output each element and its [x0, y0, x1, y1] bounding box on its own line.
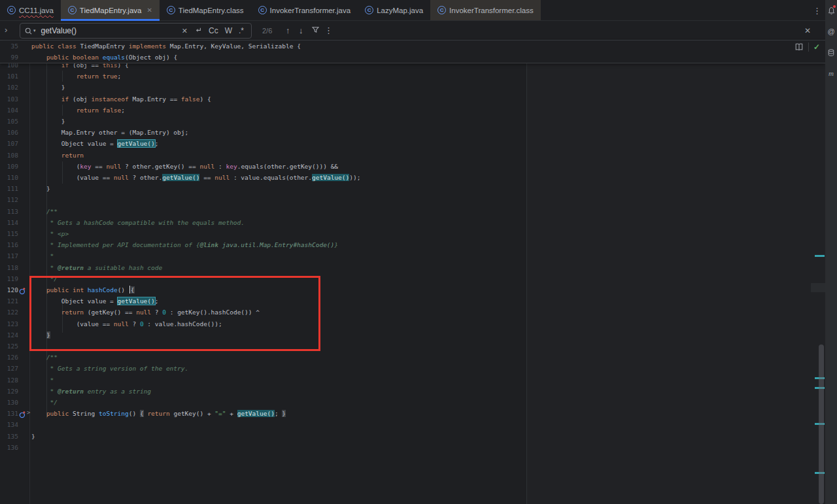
- gutter-icons[interactable]: >: [19, 409, 31, 416]
- sticky-lines-panel[interactable]: 35public class TiedMapEntry implements M…: [0, 41, 825, 63]
- line-number[interactable]: 123: [0, 318, 18, 329]
- code-line-134[interactable]: 134: [0, 419, 825, 431]
- line-number[interactable]: 126: [0, 352, 18, 363]
- line-number[interactable]: 127: [0, 363, 18, 374]
- search-more-options-icon[interactable]: ⋮: [324, 25, 333, 35]
- code-line-112[interactable]: 112: [0, 194, 825, 206]
- reader-mode-icon[interactable]: [794, 42, 804, 52]
- code-line-126[interactable]: 126 /**: [0, 352, 825, 363]
- tab-close-icon[interactable]: ✕: [146, 7, 152, 14]
- line-number[interactable]: 116: [0, 239, 18, 250]
- code-line-35[interactable]: 35public class TiedMapEntry implements M…: [0, 41, 825, 52]
- code-line-129[interactable]: 129 * @return entry as a string: [0, 386, 825, 397]
- ai-assistant-icon[interactable]: @: [827, 27, 836, 36]
- line-number[interactable]: 112: [0, 194, 18, 205]
- search-query-text[interactable]: getValue(): [41, 26, 179, 35]
- line-number[interactable]: 122: [0, 307, 18, 318]
- maven-icon[interactable]: m: [827, 69, 836, 78]
- line-number[interactable]: 106: [0, 127, 18, 138]
- code-line-116[interactable]: 116 * Implemented per API documentation …: [0, 239, 825, 251]
- line-number[interactable]: 102: [0, 82, 18, 93]
- code-line-114[interactable]: 114 * Gets a hashCode compatible with th…: [0, 217, 825, 229]
- line-number[interactable]: 119: [0, 273, 18, 284]
- line-number[interactable]: 120: [0, 284, 18, 295]
- line-number[interactable]: 131: [0, 408, 18, 419]
- line-number[interactable]: 115: [0, 228, 18, 239]
- scrollbar-thumb[interactable]: [819, 344, 824, 504]
- line-number[interactable]: 130: [0, 397, 18, 408]
- previous-occurrence-icon[interactable]: ↑: [286, 25, 290, 35]
- newline-icon[interactable]: [191, 26, 205, 35]
- overrides-method-icon[interactable]: [19, 286, 26, 293]
- tab-InvokerTransformer.class[interactable]: CInvokerTransformer.class: [430, 0, 541, 20]
- line-number[interactable]: 104: [0, 105, 18, 116]
- code-line-110[interactable]: 110 (value == null ? other.getValue() ==…: [0, 172, 825, 184]
- code-line-131[interactable]: 131> public String toString() { return g…: [0, 408, 825, 420]
- stripe-search-match-mark[interactable]: [815, 255, 825, 257]
- line-number[interactable]: 136: [0, 442, 18, 453]
- line-number[interactable]: 99: [0, 52, 18, 63]
- code-line-108[interactable]: 108 return: [0, 150, 825, 161]
- line-number[interactable]: 121: [0, 295, 18, 307]
- clear-search-icon[interactable]: ✕: [179, 27, 191, 35]
- line-number[interactable]: 134: [0, 419, 18, 430]
- line-number[interactable]: 103: [0, 93, 18, 105]
- line-number[interactable]: 129: [0, 386, 18, 397]
- line-number[interactable]: 101: [0, 71, 18, 82]
- expand-replace-icon[interactable]: ›: [5, 25, 7, 35]
- code-line-127[interactable]: 127 * Gets a string version of the entry…: [0, 363, 825, 375]
- line-number[interactable]: 118: [0, 262, 18, 273]
- code-line-118[interactable]: 118 * @return a suitable hash code: [0, 262, 825, 274]
- filter-search-icon[interactable]: [311, 25, 320, 36]
- line-number[interactable]: 105: [0, 116, 18, 127]
- line-number[interactable]: 108: [0, 150, 18, 161]
- no-problems-check-icon[interactable]: ✓: [813, 42, 820, 52]
- code-line-130[interactable]: 130 */: [0, 397, 825, 409]
- next-occurrence-icon[interactable]: ↓: [299, 25, 303, 35]
- code-line-109[interactable]: 109 (key == null ? other.getKey() == nul…: [0, 161, 825, 173]
- code-line-107[interactable]: 107 Object value = getValue();: [0, 138, 825, 150]
- code-line-115[interactable]: 115 * <p>: [0, 228, 825, 240]
- line-number[interactable]: 124: [0, 329, 18, 341]
- line-number[interactable]: 35: [0, 41, 18, 52]
- code-line-105[interactable]: 105 }: [0, 116, 825, 127]
- regex-toggle[interactable]: .*: [235, 26, 247, 35]
- line-number[interactable]: 128: [0, 375, 18, 386]
- code-line-135[interactable]: 135}: [0, 431, 825, 443]
- line-number[interactable]: 114: [0, 217, 18, 228]
- tab-LazyMap.java[interactable]: CLazyMap.java: [358, 0, 430, 20]
- code-line-113[interactable]: 113 /**: [0, 206, 825, 218]
- words-toggle[interactable]: W: [222, 26, 235, 35]
- line-number[interactable]: 135: [0, 431, 18, 442]
- tab-TiedMapEntry.java[interactable]: CTiedMapEntry.java✕: [61, 0, 160, 20]
- database-icon[interactable]: [827, 48, 836, 57]
- tab-TiedMapEntry.class[interactable]: CTiedMapEntry.class: [160, 0, 251, 20]
- overrides-method-icon[interactable]: [19, 409, 26, 416]
- close-search-icon[interactable]: ✕: [804, 26, 811, 35]
- code-editor[interactable]: 100 if (obj == this) {101 return true;10…: [0, 41, 825, 504]
- line-number[interactable]: 111: [0, 183, 18, 194]
- match-case-toggle[interactable]: Cc: [205, 26, 222, 35]
- code-line-103[interactable]: 103 if (obj instanceof Map.Entry == fals…: [0, 93, 825, 105]
- line-number[interactable]: 117: [0, 250, 18, 261]
- code-line-117[interactable]: 117 *: [0, 250, 825, 262]
- code-line-104[interactable]: 104 return false;: [0, 105, 825, 116]
- code-line-128[interactable]: 128 *: [0, 375, 825, 386]
- code-line-136[interactable]: 136: [0, 442, 825, 454]
- search-input[interactable]: ▾ getValue() ✕ Cc W .*: [20, 23, 252, 39]
- notifications-bell-icon[interactable]: [827, 6, 836, 15]
- line-number[interactable]: 107: [0, 138, 18, 149]
- line-number[interactable]: 125: [0, 341, 18, 352]
- line-number[interactable]: 110: [0, 172, 18, 183]
- tab-options-icon[interactable]: ⋮: [813, 0, 821, 21]
- code-line-102[interactable]: 102 }: [0, 82, 825, 93]
- fold-expand-icon[interactable]: >: [27, 410, 30, 416]
- line-number[interactable]: 109: [0, 161, 18, 172]
- tab-InvokerTransformer.java[interactable]: CInvokerTransformer.java: [251, 0, 358, 20]
- search-icon[interactable]: ▾: [24, 27, 36, 35]
- code-line-111[interactable]: 111 }: [0, 183, 825, 195]
- line-number[interactable]: 113: [0, 206, 18, 217]
- code-line-106[interactable]: 106 Map.Entry other = (Map.Entry) obj;: [0, 127, 825, 139]
- tab-CC11.java[interactable]: CCC11.java: [0, 0, 61, 20]
- code-line-99[interactable]: 99 public boolean equals(Object obj) {: [0, 52, 825, 63]
